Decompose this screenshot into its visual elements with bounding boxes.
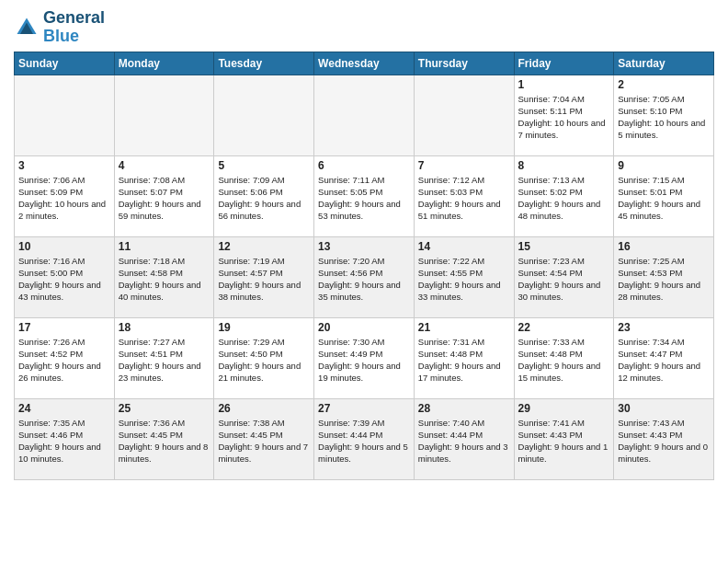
calendar-cell: 8Sunrise: 7:13 AM Sunset: 5:02 PM Daylig… (514, 155, 614, 236)
calendar-header-row: SundayMondayTuesdayWednesdayThursdayFrid… (15, 52, 714, 75)
calendar-cell (114, 75, 214, 155)
day-info: Sunrise: 7:15 AM Sunset: 5:01 PM Dayligh… (618, 174, 710, 223)
weekday-header-tuesday: Tuesday (214, 52, 314, 75)
day-number: 21 (418, 321, 510, 334)
day-number: 25 (119, 402, 210, 415)
day-info: Sunrise: 7:11 AM Sunset: 5:05 PM Dayligh… (318, 174, 410, 223)
day-number: 1 (518, 78, 610, 91)
day-info: Sunrise: 7:33 AM Sunset: 4:48 PM Dayligh… (518, 336, 610, 385)
calendar-cell: 22Sunrise: 7:33 AM Sunset: 4:48 PM Dayli… (514, 317, 614, 398)
calendar-cell: 17Sunrise: 7:26 AM Sunset: 4:52 PM Dayli… (15, 317, 115, 398)
calendar-cell: 9Sunrise: 7:15 AM Sunset: 5:01 PM Daylig… (614, 155, 714, 236)
calendar-week-2: 10Sunrise: 7:16 AM Sunset: 5:00 PM Dayli… (15, 236, 714, 317)
calendar-table: SundayMondayTuesdayWednesdayThursdayFrid… (14, 52, 714, 480)
calendar-cell: 3Sunrise: 7:06 AM Sunset: 5:09 PM Daylig… (15, 155, 115, 236)
day-number: 9 (618, 159, 710, 172)
calendar-cell: 20Sunrise: 7:30 AM Sunset: 4:49 PM Dayli… (314, 317, 415, 398)
calendar-cell (15, 75, 115, 155)
calendar-cell (214, 75, 314, 155)
calendar-cell: 29Sunrise: 7:41 AM Sunset: 4:43 PM Dayli… (514, 398, 614, 479)
calendar-cell: 24Sunrise: 7:35 AM Sunset: 4:46 PM Dayli… (15, 398, 115, 479)
logo: General Blue (14, 9, 105, 46)
day-number: 5 (218, 159, 310, 172)
day-number: 8 (518, 159, 610, 172)
calendar-week-3: 17Sunrise: 7:26 AM Sunset: 4:52 PM Dayli… (15, 317, 714, 398)
day-number: 30 (618, 402, 710, 415)
calendar-cell: 27Sunrise: 7:39 AM Sunset: 4:44 PM Dayli… (314, 398, 415, 479)
calendar-cell: 12Sunrise: 7:19 AM Sunset: 4:57 PM Dayli… (214, 236, 314, 317)
calendar-cell: 25Sunrise: 7:36 AM Sunset: 4:45 PM Dayli… (114, 398, 214, 479)
day-info: Sunrise: 7:16 AM Sunset: 5:00 PM Dayligh… (18, 255, 110, 304)
day-info: Sunrise: 7:34 AM Sunset: 4:47 PM Dayligh… (618, 336, 710, 385)
day-info: Sunrise: 7:04 AM Sunset: 5:11 PM Dayligh… (518, 93, 610, 142)
day-info: Sunrise: 7:18 AM Sunset: 4:58 PM Dayligh… (119, 255, 210, 304)
day-number: 19 (218, 321, 310, 334)
day-number: 7 (418, 159, 510, 172)
calendar-cell: 28Sunrise: 7:40 AM Sunset: 4:44 PM Dayli… (414, 398, 514, 479)
day-info: Sunrise: 7:43 AM Sunset: 4:43 PM Dayligh… (618, 417, 710, 465)
calendar-cell: 30Sunrise: 7:43 AM Sunset: 4:43 PM Dayli… (614, 398, 714, 479)
day-number: 27 (318, 402, 410, 415)
day-info: Sunrise: 7:26 AM Sunset: 4:52 PM Dayligh… (18, 336, 110, 385)
day-info: Sunrise: 7:08 AM Sunset: 5:07 PM Dayligh… (119, 174, 210, 223)
calendar-week-0: 1Sunrise: 7:04 AM Sunset: 5:11 PM Daylig… (15, 75, 714, 155)
calendar-cell (414, 75, 514, 155)
calendar-cell: 23Sunrise: 7:34 AM Sunset: 4:47 PM Dayli… (614, 317, 714, 398)
day-info: Sunrise: 7:09 AM Sunset: 5:06 PM Dayligh… (218, 174, 310, 223)
day-number: 26 (218, 402, 310, 415)
calendar-cell: 11Sunrise: 7:18 AM Sunset: 4:58 PM Dayli… (114, 236, 214, 317)
calendar-cell: 26Sunrise: 7:38 AM Sunset: 4:45 PM Dayli… (214, 398, 314, 479)
day-info: Sunrise: 7:30 AM Sunset: 4:49 PM Dayligh… (318, 336, 410, 385)
day-number: 14 (418, 240, 510, 253)
calendar-cell: 15Sunrise: 7:23 AM Sunset: 4:54 PM Dayli… (514, 236, 614, 317)
day-info: Sunrise: 7:22 AM Sunset: 4:55 PM Dayligh… (418, 255, 510, 304)
weekday-header-thursday: Thursday (414, 52, 514, 75)
calendar-cell: 21Sunrise: 7:31 AM Sunset: 4:48 PM Dayli… (414, 317, 514, 398)
day-info: Sunrise: 7:27 AM Sunset: 4:51 PM Dayligh… (119, 336, 210, 385)
day-number: 13 (318, 240, 410, 253)
day-info: Sunrise: 7:35 AM Sunset: 4:46 PM Dayligh… (18, 417, 110, 465)
day-number: 18 (119, 321, 210, 334)
day-info: Sunrise: 7:36 AM Sunset: 4:45 PM Dayligh… (119, 417, 210, 465)
weekday-header-monday: Monday (114, 52, 214, 75)
header-row: General Blue (14, 9, 714, 46)
weekday-header-wednesday: Wednesday (314, 52, 415, 75)
calendar-cell: 7Sunrise: 7:12 AM Sunset: 5:03 PM Daylig… (414, 155, 514, 236)
day-info: Sunrise: 7:20 AM Sunset: 4:56 PM Dayligh… (318, 255, 410, 304)
weekday-header-friday: Friday (514, 52, 614, 75)
calendar-cell: 5Sunrise: 7:09 AM Sunset: 5:06 PM Daylig… (214, 155, 314, 236)
day-info: Sunrise: 7:06 AM Sunset: 5:09 PM Dayligh… (18, 174, 110, 223)
logo-text: General Blue (43, 9, 105, 46)
day-info: Sunrise: 7:13 AM Sunset: 5:02 PM Dayligh… (518, 174, 610, 223)
day-info: Sunrise: 7:12 AM Sunset: 5:03 PM Dayligh… (418, 174, 510, 223)
main-container: General Blue SundayMondayTuesdayWednesda… (0, 0, 728, 489)
day-number: 15 (518, 240, 610, 253)
weekday-header-saturday: Saturday (614, 52, 714, 75)
day-number: 4 (119, 159, 210, 172)
calendar-cell: 19Sunrise: 7:29 AM Sunset: 4:50 PM Dayli… (214, 317, 314, 398)
day-number: 16 (618, 240, 710, 253)
calendar-week-4: 24Sunrise: 7:35 AM Sunset: 4:46 PM Dayli… (15, 398, 714, 479)
day-info: Sunrise: 7:19 AM Sunset: 4:57 PM Dayligh… (218, 255, 310, 304)
day-info: Sunrise: 7:38 AM Sunset: 4:45 PM Dayligh… (218, 417, 310, 465)
logo-icon (14, 15, 40, 40)
day-number: 17 (18, 321, 110, 334)
calendar-cell: 10Sunrise: 7:16 AM Sunset: 5:00 PM Dayli… (15, 236, 115, 317)
day-number: 6 (318, 159, 410, 172)
day-info: Sunrise: 7:39 AM Sunset: 4:44 PM Dayligh… (318, 417, 410, 465)
calendar-cell (314, 75, 415, 155)
calendar-cell: 1Sunrise: 7:04 AM Sunset: 5:11 PM Daylig… (514, 75, 614, 155)
day-info: Sunrise: 7:23 AM Sunset: 4:54 PM Dayligh… (518, 255, 610, 304)
day-info: Sunrise: 7:05 AM Sunset: 5:10 PM Dayligh… (618, 93, 710, 142)
day-info: Sunrise: 7:29 AM Sunset: 4:50 PM Dayligh… (218, 336, 310, 385)
calendar-cell: 2Sunrise: 7:05 AM Sunset: 5:10 PM Daylig… (614, 75, 714, 155)
day-number: 2 (618, 78, 710, 91)
day-info: Sunrise: 7:41 AM Sunset: 4:43 PM Dayligh… (518, 417, 610, 465)
day-number: 29 (518, 402, 610, 415)
day-number: 3 (18, 159, 110, 172)
calendar-week-1: 3Sunrise: 7:06 AM Sunset: 5:09 PM Daylig… (15, 155, 714, 236)
day-number: 24 (18, 402, 110, 415)
day-number: 20 (318, 321, 410, 334)
calendar-cell: 16Sunrise: 7:25 AM Sunset: 4:53 PM Dayli… (614, 236, 714, 317)
calendar-cell: 4Sunrise: 7:08 AM Sunset: 5:07 PM Daylig… (114, 155, 214, 236)
